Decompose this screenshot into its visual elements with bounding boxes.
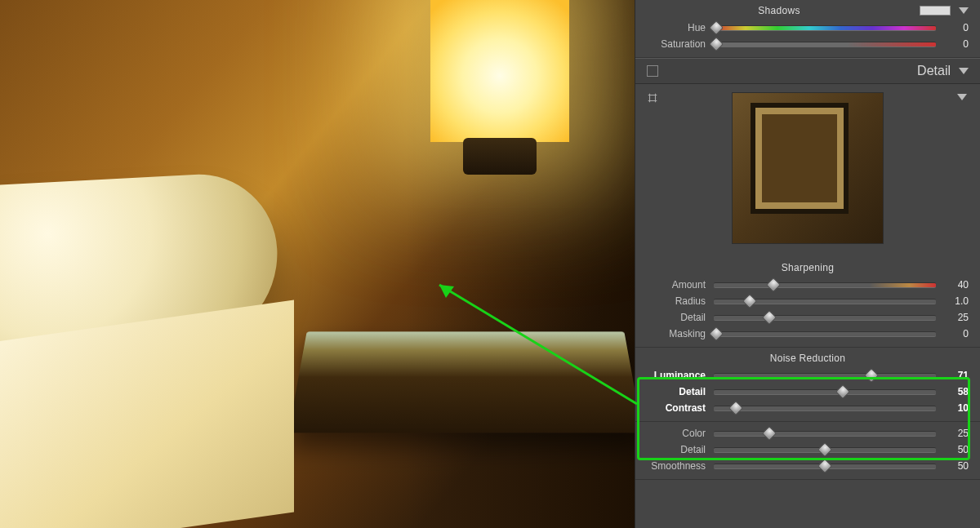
hue-slider-row: Hue 0: [647, 20, 969, 36]
smoothness-slider[interactable]: [714, 464, 936, 469]
detail-panel-header[interactable]: Detail: [635, 58, 980, 84]
shadows-subheader: Shadows: [758, 5, 800, 16]
noise-reduction-subheader: Noise Reduction: [647, 351, 969, 367]
sharpen-masking-thumb[interactable]: [709, 326, 724, 341]
luminance-value[interactable]: 71: [944, 370, 969, 381]
hue-slider[interactable]: [714, 25, 936, 31]
shadows-color-swatch[interactable]: [920, 6, 951, 16]
color-noise-value[interactable]: 25: [944, 428, 969, 439]
color-noise-label: Color: [647, 428, 706, 439]
luminance-detail-value[interactable]: 58: [944, 386, 969, 397]
shadows-subheader-row: Shadows: [647, 3, 969, 20]
luminance-row: Luminance 71: [647, 367, 969, 384]
sharpen-masking-row: Masking 0: [647, 326, 969, 342]
hue-label: Hue: [647, 22, 706, 33]
hue-value[interactable]: 0: [944, 22, 969, 33]
detail-target-icon[interactable]: [647, 92, 658, 104]
luminance-contrast-thumb[interactable]: [728, 401, 743, 415]
luminance-contrast-value[interactable]: 10: [944, 402, 969, 414]
color-detail-slider[interactable]: [714, 447, 936, 453]
sharpen-amount-slider[interactable]: [714, 282, 936, 288]
smoothness-label: Smoothness: [647, 460, 706, 472]
color-detail-value[interactable]: 50: [944, 444, 969, 455]
color-detail-thumb[interactable]: [817, 442, 832, 457]
smoothness-value[interactable]: 50: [944, 460, 969, 472]
saturation-thumb[interactable]: [709, 37, 724, 51]
sharpen-amount-row: Amount 40: [647, 277, 969, 293]
develop-panel: Shadows Hue 0 Saturation 0 Detail: [635, 0, 980, 528]
luminance-detail-label: Detail: [647, 386, 706, 397]
sharpen-radius-row: Radius 1.0: [647, 293, 969, 309]
saturation-slider-row: Saturation 0: [647, 36, 969, 52]
sharpen-radius-slider[interactable]: [714, 299, 936, 304]
hue-thumb[interactable]: [709, 20, 724, 35]
color-noise-thumb[interactable]: [762, 426, 777, 441]
luminance-contrast-label: Contrast: [647, 402, 706, 414]
sharpen-amount-thumb[interactable]: [766, 277, 781, 292]
sharpen-detail-value[interactable]: 25: [944, 312, 969, 323]
color-noise-slider[interactable]: [714, 431, 936, 437]
sharpen-amount-label: Amount: [647, 279, 706, 291]
smoothness-thumb[interactable]: [817, 459, 832, 473]
luminance-detail-thumb[interactable]: [835, 384, 850, 399]
sharpen-amount-value[interactable]: 40: [944, 279, 969, 291]
sharpening-section: Sharpening Amount 40 Radius 1.0 Detail 2…: [635, 257, 980, 348]
sharpen-radius-thumb[interactable]: [742, 294, 756, 308]
luminance-detail-row: Detail 58: [647, 384, 969, 400]
chevron-down-icon[interactable]: [959, 7, 969, 14]
chevron-down-icon[interactable]: [959, 68, 969, 74]
sharpen-detail-slider[interactable]: [714, 315, 936, 321]
sharpen-masking-label: Masking: [647, 328, 706, 339]
detail-preview-thumbnail[interactable]: [732, 92, 884, 244]
detail-panel-toggle[interactable]: [647, 65, 658, 77]
saturation-label: Saturation: [647, 38, 706, 50]
luminance-label: Luminance: [647, 370, 706, 381]
smoothness-row: Smoothness 50: [647, 458, 969, 474]
sharpen-detail-thumb[interactable]: [762, 310, 777, 325]
sharpen-detail-row: Detail 25: [647, 309, 969, 326]
photo-sheet: [0, 299, 294, 528]
detail-preview-area: [635, 84, 980, 257]
luminance-detail-slider[interactable]: [714, 389, 936, 395]
saturation-slider[interactable]: [714, 42, 936, 47]
saturation-value[interactable]: 0: [944, 38, 969, 50]
sharpen-masking-slider[interactable]: [714, 331, 936, 337]
sharpen-detail-label: Detail: [647, 312, 706, 323]
sharpen-radius-label: Radius: [647, 295, 706, 307]
sharpen-masking-value[interactable]: 0: [944, 328, 969, 339]
photo-preview[interactable]: [0, 0, 635, 528]
luminance-thumb[interactable]: [864, 368, 879, 383]
luminance-contrast-slider[interactable]: [714, 406, 936, 411]
color-noise-section: Color 25 Detail 50 Smoothness 50: [635, 422, 980, 480]
color-noise-row: Color 25: [647, 425, 969, 441]
sharpening-subheader: Sharpening: [647, 260, 969, 277]
luminance-contrast-row: Contrast 10: [647, 400, 969, 416]
color-detail-label: Detail: [647, 444, 706, 455]
chevron-down-icon[interactable]: [957, 94, 967, 100]
color-detail-row: Detail 50: [647, 441, 969, 458]
photo-wall-lamp: [430, 0, 569, 142]
split-toning-section: Shadows Hue 0 Saturation 0: [635, 0, 980, 58]
detail-panel-title: Detail: [917, 64, 951, 78]
noise-reduction-section: Noise Reduction Luminance 71 Detail 58 C…: [635, 348, 980, 422]
sharpen-radius-value[interactable]: 1.0: [944, 295, 969, 307]
photo-nightstand: [288, 331, 635, 433]
luminance-slider[interactable]: [714, 373, 936, 379]
